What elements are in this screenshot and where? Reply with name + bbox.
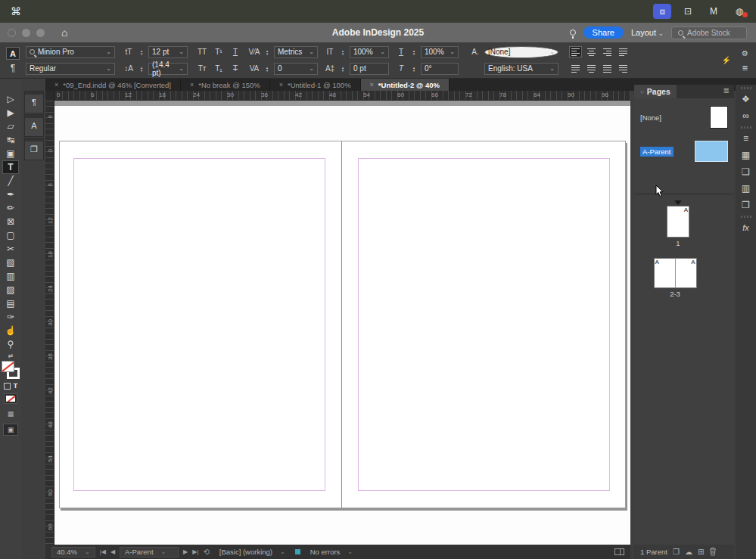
zoom-window-button[interactable] bbox=[36, 29, 45, 37]
screen-mirroring-icon[interactable]: ⧈ bbox=[653, 4, 671, 19]
rectangle-tool[interactable]: ▢ bbox=[2, 228, 19, 242]
pages-panel-tab[interactable]: ○ Pages bbox=[634, 85, 677, 98]
free-transform-tool[interactable]: ▧ bbox=[2, 256, 19, 269]
spread-2-3-item[interactable]: A A 2-3 bbox=[640, 247, 710, 298]
type-tool[interactable]: T bbox=[2, 160, 19, 174]
hand-tool[interactable]: ☝ bbox=[2, 324, 19, 337]
tab-untitled-1[interactable]: × *Untitled-1 @ 100% bbox=[270, 79, 361, 91]
close-tab-icon[interactable]: × bbox=[190, 81, 194, 89]
paragraph-formatting-mode-button[interactable]: ¶ bbox=[11, 63, 15, 73]
baseline-shift-stepper[interactable]: ▴▾ bbox=[339, 63, 347, 75]
note-tool[interactable]: ▤ bbox=[2, 297, 19, 310]
all-caps-button[interactable]: TT bbox=[195, 48, 209, 56]
preflight-profile-select[interactable]: [Basic] (working) bbox=[214, 547, 291, 557]
settings-gear-icon[interactable]: ⚙ bbox=[742, 49, 748, 57]
pasteboard[interactable] bbox=[54, 106, 630, 545]
justify-center-button[interactable] bbox=[585, 63, 598, 74]
font-style-select[interactable]: Regular bbox=[26, 63, 115, 75]
strikethrough-button[interactable]: T bbox=[229, 64, 242, 73]
dock-group-grip[interactable] bbox=[741, 87, 751, 89]
workspace-switcher[interactable]: Layout bbox=[631, 28, 664, 37]
horizontal-scale-select[interactable]: 100% bbox=[421, 46, 459, 58]
page-tool[interactable]: ▱ bbox=[2, 120, 19, 133]
collapsed-panel-paragraph[interactable]: ¶ bbox=[24, 91, 44, 113]
ruler-origin-corner[interactable] bbox=[45, 91, 54, 101]
swatches-icon[interactable]: ▦ bbox=[737, 147, 755, 163]
m-app-icon[interactable]: M bbox=[705, 4, 723, 19]
new-page-icon[interactable]: ⊞ bbox=[698, 548, 704, 556]
panel-collapse-icon[interactable]: ○ bbox=[640, 89, 644, 95]
spread-view-icon[interactable] bbox=[614, 548, 624, 555]
page-size-icon[interactable]: ❐ bbox=[673, 548, 680, 556]
home-icon[interactable]: ⌂ bbox=[61, 26, 67, 39]
kerning-stepper[interactable]: ▴▾ bbox=[263, 46, 271, 58]
gradient-swatch-tool[interactable]: ▥ bbox=[2, 269, 19, 283]
effects-icon[interactable]: fx bbox=[737, 219, 755, 236]
page-spread[interactable] bbox=[59, 141, 626, 508]
horizontal-scale-stepper[interactable]: ▴▾ bbox=[410, 46, 418, 58]
underline-button[interactable]: T bbox=[229, 48, 242, 56]
gpu-performance-icon[interactable]: ⚡ bbox=[722, 56, 731, 64]
align-right-button[interactable] bbox=[601, 46, 614, 57]
subscript-button[interactable]: T₁ bbox=[212, 64, 226, 73]
baseline-shift-input[interactable]: 0 pt bbox=[350, 63, 389, 75]
pages-panel-menu-icon[interactable]: ≣ bbox=[719, 85, 734, 98]
selection-tool[interactable]: ▷ bbox=[2, 92, 19, 106]
tab-no-break[interactable]: × *No break @ 150% bbox=[181, 79, 270, 91]
formatting-affects-text-button[interactable]: T bbox=[14, 382, 18, 390]
scissors-tool[interactable]: ✂ bbox=[2, 242, 19, 256]
first-page-button[interactable]: |◀ bbox=[100, 548, 106, 555]
spread-2-3-thumbnail[interactable]: A A bbox=[654, 258, 697, 288]
eyedropper-tool[interactable]: ✑ bbox=[2, 310, 19, 324]
align-left-button[interactable] bbox=[569, 46, 582, 57]
apple-menu-icon[interactable]: ⌘ bbox=[11, 5, 21, 17]
fill-swatch[interactable] bbox=[2, 361, 14, 372]
cc-libraries-icon[interactable]: ❏ bbox=[737, 163, 755, 180]
screen-mode-button[interactable]: ▣ bbox=[3, 424, 18, 436]
delete-page-icon[interactable] bbox=[709, 547, 717, 557]
close-tab-icon[interactable]: × bbox=[279, 81, 283, 89]
layers-icon[interactable]: ❖ bbox=[737, 91, 755, 107]
next-page-button[interactable]: ▶ bbox=[183, 548, 188, 555]
skew-stepper[interactable]: ▴▾ bbox=[410, 63, 418, 75]
pencil-tool[interactable]: ✏ bbox=[2, 201, 19, 215]
parent-a-label[interactable]: A-Parent bbox=[640, 147, 674, 157]
close-tab-icon[interactable]: × bbox=[370, 81, 374, 89]
font-size-stepper[interactable]: ▴▾ bbox=[138, 46, 145, 58]
panel-menu-icon[interactable]: ≣ bbox=[742, 64, 748, 72]
leading-select[interactable]: (14.4 pt) bbox=[148, 63, 188, 75]
apply-none-button[interactable] bbox=[4, 393, 17, 404]
close-window-button[interactable] bbox=[8, 29, 16, 37]
tab-untitled-2[interactable]: × *Untitled-2 @ 40% bbox=[361, 79, 450, 91]
superscript-button[interactable]: T¹ bbox=[212, 48, 226, 56]
close-tab-icon[interactable]: × bbox=[54, 81, 58, 89]
page-1-thumbnail[interactable]: A bbox=[667, 206, 689, 238]
fill-stroke-proxy[interactable] bbox=[2, 361, 20, 379]
justify-left-button[interactable] bbox=[569, 63, 582, 74]
page-1-item[interactable]: A 1 bbox=[655, 200, 701, 247]
last-page-button[interactable]: ▶| bbox=[192, 548, 198, 555]
collapsed-panel-pages[interactable]: ❐ bbox=[24, 138, 44, 160]
zoom-tool[interactable]: ⚲ bbox=[2, 337, 19, 351]
tracking-stepper[interactable]: ▴▾ bbox=[263, 63, 271, 75]
tab-09-end[interactable]: × *09_End.indd @ 46% [Converted] bbox=[45, 79, 181, 91]
vertical-scale-select[interactable]: 100% bbox=[350, 46, 389, 58]
character-style-select[interactable]: [None] bbox=[484, 46, 558, 58]
preflight-errors-select[interactable]: No errors bbox=[305, 547, 358, 557]
parent-a-thumbnail[interactable] bbox=[695, 141, 728, 162]
share-button[interactable]: Share bbox=[583, 26, 624, 39]
pen-tool[interactable]: ✒ bbox=[2, 188, 19, 201]
gap-tool[interactable]: ↹ bbox=[2, 133, 19, 147]
links-icon[interactable]: ∞ bbox=[737, 107, 755, 124]
kerning-select[interactable]: Metrics bbox=[274, 46, 318, 58]
justify-all-button[interactable] bbox=[601, 63, 614, 74]
dock-group-grip[interactable] bbox=[741, 126, 751, 129]
dock-group-grip[interactable] bbox=[741, 216, 751, 218]
character-formatting-mode-button[interactable]: A bbox=[6, 47, 20, 60]
parent-none-label[interactable]: [None] bbox=[640, 113, 661, 122]
leading-stepper[interactable]: ▴▾ bbox=[138, 63, 145, 75]
justify-last-left-button[interactable] bbox=[617, 46, 630, 57]
previous-page-button[interactable]: ◀ bbox=[110, 548, 115, 555]
font-size-select[interactable]: 12 pt bbox=[148, 46, 188, 58]
camera-app-icon[interactable]: ⊡ bbox=[679, 4, 697, 19]
